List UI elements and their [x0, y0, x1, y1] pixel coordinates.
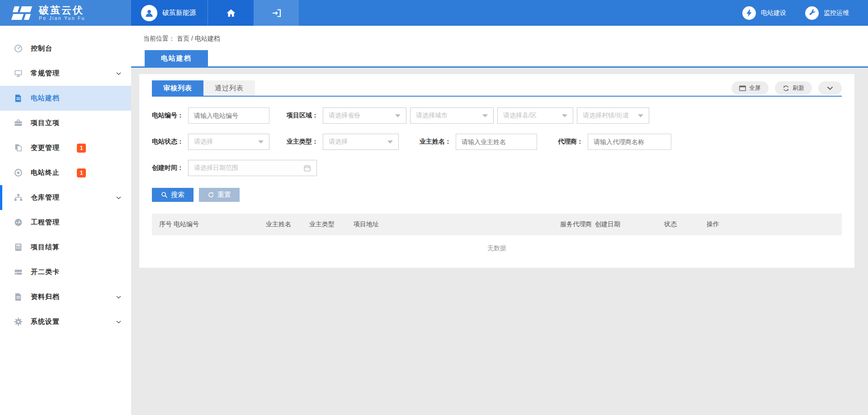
col-station-no: 电站编号 — [174, 220, 266, 228]
refresh-button[interactable]: 刷新 — [775, 81, 812, 95]
owner-type-select[interactable]: 请选择 — [323, 134, 399, 150]
breadcrumb: 当前位置：首页 / 电站建档 — [131, 26, 868, 43]
badge: 1 — [77, 144, 86, 153]
fullscreen-button[interactable]: 全屏 — [731, 81, 769, 95]
owner-name-label: 业主姓名： — [420, 138, 451, 146]
calculator-icon — [14, 243, 23, 252]
nav-monitor-ops-label: 监控运维 — [824, 9, 849, 17]
col-created-date: 创建日期 — [595, 220, 664, 228]
company-name: 破茧新能源 — [162, 9, 196, 17]
content-panel: 审核列表 通过列表 全屏 刷新 — [139, 74, 854, 268]
province-select[interactable]: 请选择省份 — [323, 107, 406, 124]
chevron-down-icon — [116, 295, 121, 298]
col-owner-type: 业主类型 — [309, 220, 354, 228]
sidebar-item-change-mgmt[interactable]: 变更管理 1 — [0, 135, 131, 160]
calendar-icon — [303, 164, 311, 172]
col-owner-name: 业主姓名 — [266, 220, 309, 228]
station-no-label: 电站编号： — [152, 112, 184, 120]
logout-button[interactable] — [254, 0, 299, 26]
user-icon — [144, 8, 154, 18]
chevron-down-icon — [827, 86, 833, 90]
wrench-icon — [808, 9, 816, 17]
nav-station-build[interactable]: 电站建设 — [742, 6, 786, 20]
col-index: 序号 — [159, 220, 174, 228]
brand-logo-icon — [12, 5, 33, 22]
refresh-icon — [783, 85, 789, 92]
card-icon — [14, 268, 23, 277]
breadcrumb-path[interactable]: 首页 / 电站建档 — [177, 35, 220, 42]
sidebar-item-general-mgmt[interactable]: 常规管理 — [0, 61, 131, 86]
town-select[interactable]: 请选择村镇/街道 — [577, 107, 649, 124]
date-range-input[interactable]: 请选择日期范围 — [188, 160, 317, 176]
col-actions: 操作 — [707, 220, 842, 228]
reset-button[interactable]: 重置 — [199, 188, 240, 202]
tab-review-list[interactable]: 审核列表 — [152, 80, 203, 96]
tab-passed-list[interactable]: 通过列表 — [203, 80, 255, 96]
sidebar-item-project-settlement[interactable]: 项目结算 — [0, 235, 131, 260]
col-service-agent: 服务代理商 — [560, 220, 595, 228]
city-select[interactable]: 请选择城市 — [410, 107, 494, 124]
sidebar-item-data-archive[interactable]: 资料归档 — [0, 284, 131, 309]
copy-icon — [14, 144, 23, 153]
caret-down-icon — [638, 114, 643, 117]
brand-logo: 破茧云伏 Po Jian Yun Fu — [0, 0, 131, 26]
breadcrumb-prefix: 当前位置： — [143, 35, 175, 42]
agent-label: 代理商： — [558, 138, 583, 146]
briefcase-icon — [14, 119, 23, 128]
caret-down-icon — [258, 140, 264, 144]
target-icon — [14, 168, 23, 177]
collapse-button[interactable] — [818, 81, 842, 95]
sidebar-item-system-settings[interactable]: 系统设置 — [0, 309, 131, 334]
created-time-label: 创建时间： — [152, 164, 184, 172]
owner-name-input[interactable] — [456, 134, 537, 150]
station-status-label: 电站状态： — [152, 138, 184, 146]
search-button[interactable]: 搜索 — [152, 188, 193, 202]
fullscreen-icon — [739, 85, 746, 91]
top-bar: 破茧云伏 Po Jian Yun Fu 破茧新能源 电站建设 监控运维 — [0, 0, 868, 26]
chevron-down-icon — [116, 320, 121, 323]
page-tab-station-archive[interactable]: 电站建档 — [145, 50, 208, 66]
home-button[interactable] — [208, 0, 254, 26]
badge: 1 — [77, 168, 86, 177]
caret-down-icon — [387, 140, 393, 144]
search-icon — [161, 191, 168, 198]
station-status-select[interactable]: 请选择 — [188, 134, 269, 150]
dashboard-icon — [14, 44, 23, 53]
chevron-down-icon — [116, 196, 121, 199]
agent-input[interactable] — [588, 134, 671, 150]
sidebar-item-project-initiation[interactable]: 项目立项 1 — [0, 111, 131, 135]
county-select[interactable]: 请选择县/区 — [497, 107, 573, 124]
sidebar-item-warehouse-mgmt[interactable]: 仓库管理 — [0, 185, 131, 210]
file-icon — [14, 293, 23, 302]
monitor-icon — [14, 69, 23, 78]
sidebar-item-station-archive[interactable]: 电站建档 — [0, 86, 131, 111]
sitemap-icon — [14, 193, 23, 202]
sidebar-item-open-card[interactable]: 开二类卡 — [0, 260, 131, 284]
home-icon — [226, 8, 236, 19]
caret-down-icon — [482, 114, 488, 117]
empty-state: 无数据 — [152, 235, 842, 261]
user-menu[interactable]: 破茧新能源 — [131, 0, 208, 26]
nav-monitor-ops[interactable]: 监控运维 — [805, 6, 849, 20]
filter-form: 电站编号： 项目区域： 请选择省份 请选择城市 请选择县/区 请选择村镇/街道 — [152, 97, 842, 202]
reset-icon — [208, 191, 214, 198]
col-project-address: 项目地址 — [354, 220, 560, 228]
region-label: 项目区域： — [287, 112, 318, 120]
station-no-input[interactable] — [188, 107, 269, 124]
speedometer-icon — [14, 218, 23, 227]
sidebar-item-engineering-mgmt[interactable]: 工程管理 — [0, 210, 131, 235]
document-icon — [14, 94, 23, 103]
table-header: 序号 电站编号 业主姓名 业主类型 项目地址 服务代理商 创建日期 状态 操作 — [152, 214, 842, 235]
caret-down-icon — [562, 114, 567, 117]
nav-station-build-label: 电站建设 — [761, 9, 786, 17]
logout-icon — [271, 8, 282, 19]
gear-icon — [14, 317, 23, 326]
sidebar-item-console[interactable]: 控制台 — [0, 36, 131, 61]
brand-name-cn: 破茧云伏 — [39, 5, 85, 16]
col-status: 状态 — [664, 220, 707, 228]
chevron-down-icon — [116, 72, 121, 75]
sidebar-item-station-termination[interactable]: 电站终止 1 — [0, 160, 131, 185]
breadcrumb-strip: 当前位置：首页 / 电站建档 电站建档 — [131, 26, 868, 68]
caret-down-icon — [395, 114, 401, 117]
active-indicator — [0, 185, 2, 210]
